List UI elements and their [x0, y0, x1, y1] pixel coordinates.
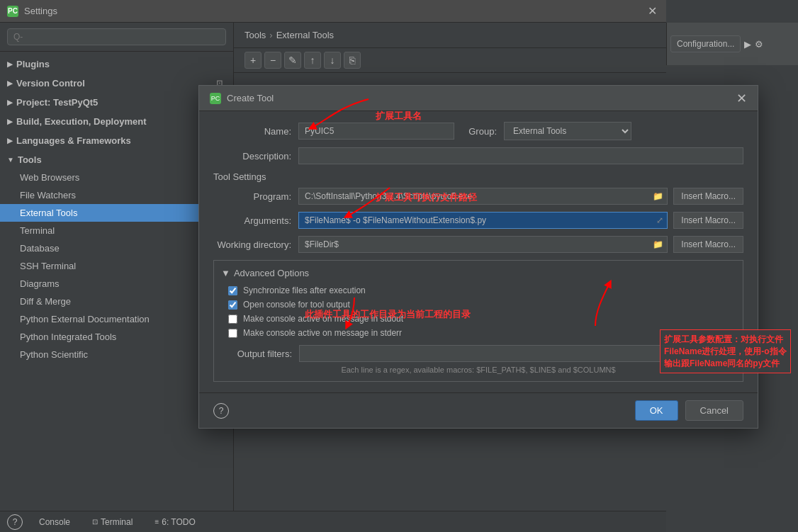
sidebar-item-plugins[interactable]: ▶ Plugins [0, 55, 233, 73]
breadcrumb-separator: › [269, 30, 272, 40]
name-label: Name: [213, 126, 291, 137]
arguments-label: Arguments: [213, 215, 291, 226]
search-box [0, 23, 233, 52]
program-field-wrapper: 📁 [298, 188, 668, 205]
chevron-right-icon: ▶ [7, 137, 13, 145]
insert-macro-program-button[interactable]: Insert Macro... [673, 188, 743, 205]
terminal-icon: ⊡ [92, 518, 98, 526]
sync-files-row: Synchronize files after execution [221, 285, 736, 295]
move-down-button[interactable]: ↓ [324, 52, 341, 69]
program-input-group: 📁 Insert Macro... [298, 188, 743, 205]
sidebar-group-build-label: Build, Execution, Deployment [16, 116, 146, 127]
name-group-row: Name: Group: External Tools [213, 122, 743, 140]
console-label: Console [39, 517, 70, 527]
sidebar-item-diagrams-label: Diagrams [20, 278, 60, 289]
chevron-right-icon: ▶ [7, 118, 13, 125]
program-label: Program: [213, 191, 291, 202]
todo-icon: ≡ [154, 518, 159, 526]
chevron-down-icon: ▼ [7, 156, 14, 164]
expand-icon[interactable]: ⤢ [653, 213, 667, 227]
remove-button[interactable]: − [264, 52, 281, 69]
advanced-options-header[interactable]: ▼ Advanced Options [221, 268, 736, 278]
copy-button[interactable]: ⎘ [344, 52, 361, 69]
bottom-tab-console[interactable]: Console [33, 514, 76, 530]
make-active-stderr-checkbox[interactable] [228, 329, 237, 338]
arguments-row: Arguments: ⤢ Insert Macro... [213, 212, 743, 229]
description-label: Description: [213, 151, 291, 162]
output-hint: Each line is a regex, available macros: … [221, 366, 736, 374]
description-row: Description: [213, 147, 743, 164]
play-icon[interactable]: ▶ [744, 39, 751, 50]
working-dir-row: Working directory: 📁 Insert Macro... [213, 236, 743, 253]
description-input[interactable] [298, 147, 743, 164]
gear-icon[interactable]: ⚙ [755, 39, 763, 50]
folder-icon[interactable]: 📁 [649, 189, 667, 203]
add-button[interactable]: + [245, 52, 262, 69]
group-select[interactable]: External Tools [504, 122, 631, 140]
name-input[interactable] [298, 123, 454, 140]
make-active-stdout-checkbox[interactable] [228, 315, 237, 324]
cancel-button[interactable]: Cancel [685, 400, 743, 421]
create-tool-dialog: PC Create Tool ✕ Name: Group: External T… [198, 85, 758, 429]
make-active-stdout-row: Make console active on message in stdout [221, 314, 736, 324]
app-icon: PC [7, 6, 18, 17]
working-dir-label: Working directory: [213, 239, 291, 250]
chevron-right-icon: ▶ [7, 79, 13, 87]
make-active-stderr-label: Make console active on message in stderr [243, 328, 402, 338]
output-filters-row: Output filters: ⤢ [221, 345, 736, 362]
breadcrumb-external-tools: External Tools [276, 30, 334, 40]
dialog-title-text: Create Tool [227, 93, 736, 103]
sidebar-item-database-label: Database [20, 243, 60, 254]
search-input[interactable] [7, 28, 226, 45]
close-button[interactable]: ✕ [645, 4, 659, 18]
move-up-button[interactable]: ↑ [304, 52, 321, 69]
dialog-help-button[interactable]: ? [213, 403, 229, 419]
folder-icon[interactable]: 📁 [649, 237, 667, 251]
output-filters-input[interactable] [300, 346, 721, 361]
sidebar-item-python-integrated-label: Python Integrated Tools [20, 332, 116, 342]
bottom-tab-todo[interactable]: ≡ 6: TODO [149, 514, 201, 530]
dialog-icon: PC [210, 93, 221, 104]
chevron-right-icon: ▶ [7, 98, 13, 106]
working-dir-input[interactable] [299, 237, 649, 252]
sidebar-group-lang-label: Languages & Frameworks [16, 135, 131, 146]
todo-label: 6: TODO [162, 517, 196, 527]
sidebar-item-python-ext-doc-label: Python External Documentation [20, 314, 150, 324]
dialog-close-button[interactable]: ✕ [736, 91, 747, 106]
output-filters-label: Output filters: [221, 349, 292, 359]
tool-settings-header: Tool Settings [213, 171, 743, 182]
bottom-tab-terminal[interactable]: ⊡ Terminal [86, 514, 138, 530]
make-active-stdout-label: Make console active on message in stdout [243, 314, 403, 324]
configuration-button[interactable]: Configuration... [670, 35, 741, 52]
arguments-input-group: ⤢ Insert Macro... [298, 212, 743, 229]
insert-macro-workingdir-button[interactable]: Insert Macro... [673, 236, 743, 253]
help-button[interactable]: ? [7, 514, 23, 530]
sidebar-group-tools-label: Tools [18, 154, 42, 165]
sync-files-checkbox[interactable] [228, 286, 237, 295]
working-dir-input-group: 📁 Insert Macro... [298, 236, 743, 253]
program-input[interactable] [299, 188, 649, 204]
dialog-footer: ? OK Cancel [199, 392, 758, 428]
group-label: Group: [461, 126, 497, 137]
chevron-right-icon: ▶ [7, 60, 13, 68]
ok-button[interactable]: OK [635, 400, 678, 421]
open-console-label: Open console for tool output [243, 300, 350, 310]
sidebar-group-project-label: Project: TestPyQt5 [16, 97, 98, 108]
edit-button[interactable]: ✎ [284, 52, 301, 69]
sidebar-item-file-watchers-label: File Watchers [20, 190, 76, 200]
arguments-field-wrapper: ⤢ [298, 212, 668, 229]
open-console-checkbox[interactable] [228, 300, 237, 310]
dialog-title-bar: PC Create Tool ✕ [199, 86, 758, 111]
tool-settings-label: Tool Settings [213, 171, 266, 182]
sidebar-item-external-tools-label: External Tools [20, 208, 77, 218]
bottom-bar: ? Console ⊡ Terminal ≡ 6: TODO [0, 511, 666, 532]
title-bar-text: Settings [24, 6, 645, 16]
title-bar: PC Settings ✕ [0, 0, 666, 23]
breadcrumb-tools: Tools [245, 30, 266, 40]
arguments-input[interactable] [299, 213, 653, 228]
program-row: Program: 📁 Insert Macro... [213, 188, 743, 205]
insert-macro-arguments-button[interactable]: Insert Macro... [673, 212, 743, 229]
advanced-options-section: ▼ Advanced Options Synchronize files aft… [213, 260, 743, 382]
terminal-label: Terminal [101, 517, 133, 527]
expand-icon[interactable]: ⤢ [721, 346, 735, 361]
